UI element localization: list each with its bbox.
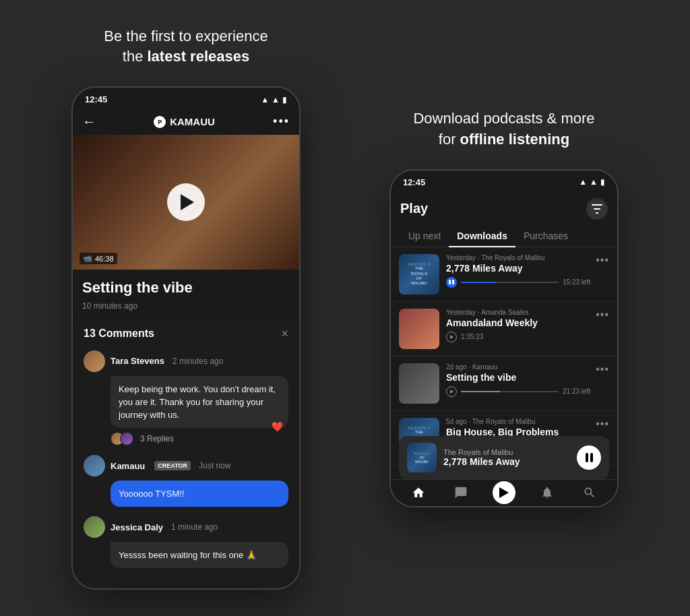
signal-icon: ▲ (590, 177, 598, 187)
phone-header: Play (391, 191, 617, 225)
svg-marker-3 (499, 487, 509, 498)
episode-meta: Yesterday · The Royals of Malibu (446, 254, 590, 261)
comment-text: Keep being the work. You don't dream it,… (119, 384, 276, 420)
wifi-icon: ▲ (261, 95, 269, 104)
status-icons: ▲ ▲ ▮ (579, 177, 605, 187)
more-options-button[interactable]: ••• (590, 254, 609, 266)
reply-avatar (120, 432, 133, 445)
artist-name-text: KAMAUU (170, 116, 215, 127)
replies-row[interactable]: 3 Replies (111, 432, 288, 445)
svg-rect-2 (596, 212, 598, 214)
now-playing-pause-button[interactable] (577, 445, 601, 470)
left-panel: Be the first to experience the latest re… (38, 26, 334, 590)
replies-count[interactable]: 3 Replies (140, 434, 174, 443)
battery-icon: ▮ (600, 177, 605, 187)
pause-button[interactable] (446, 277, 457, 288)
episode-meta: 5d ago · The Royals of Malibu (446, 418, 590, 425)
svg-rect-1 (594, 208, 600, 210)
tab-downloads[interactable]: Downloads (449, 225, 515, 247)
duration-text: 46:38 (95, 255, 114, 263)
list-item[interactable]: Yesterday · Amanda Saales Amandaland Wee… (391, 302, 617, 357)
progress-row: 1:35:23 (446, 332, 590, 342)
comment-user-row: Jessica Daly 1 minute ago (84, 516, 288, 538)
more-options-button[interactable]: ••• (590, 363, 609, 375)
episode-info: Yesterday · The Royals of Malibu 2,778 M… (446, 254, 590, 288)
time-left: 15:23 left (563, 278, 590, 286)
headline-line1: Download podcasts & more (413, 110, 594, 127)
list-item[interactable]: SEASON 2 THEROYALSOFMALIBU Yesterday · T… (391, 247, 617, 302)
tab-up-next[interactable]: Up next (400, 225, 449, 247)
left-headline: Be the first to experience the latest re… (104, 26, 268, 68)
headline-bold: offline listening (460, 131, 570, 148)
comment-text: Yoooooo TYSM!! (119, 489, 185, 499)
page-title: Play (400, 201, 428, 216)
comment-time: Just now (199, 461, 230, 470)
now-playing-title: 2,778 Miles Away (443, 456, 570, 467)
tab-purchases[interactable]: Purchases (515, 225, 576, 247)
phone-header: ← P KAMAUU ••• (73, 109, 299, 135)
comment-username: Kamauu (111, 461, 145, 471)
video-thumbnail[interactable]: 📹 46:38 (73, 135, 299, 270)
episode-thumbnail (399, 363, 439, 404)
progress-row: 21:23 left (446, 386, 590, 397)
comments-overlay: 13 Comments × Tara Stevens 2 minutes ago… (73, 316, 299, 589)
comment-bubble: Yoooooo TYSM!! (111, 481, 288, 507)
play-icon (181, 194, 194, 210)
tabs-row: Up next Downloads Purchases (391, 225, 617, 247)
comment-username: Jessica Daly (111, 522, 163, 532)
home-nav-button[interactable] (408, 483, 429, 503)
comment-bubble: Keep being the work. You don't dream it,… (111, 376, 288, 429)
comment-user-row: Tara Stevens 2 minutes ago (84, 350, 288, 372)
comment-item: Tara Stevens 2 minutes ago Keep being th… (84, 350, 288, 446)
more-button[interactable]: ••• (273, 115, 290, 129)
play-button[interactable] (446, 386, 457, 397)
episode-info: Yesterday · Amanda Saales Amandaland Wee… (446, 309, 590, 342)
status-time: 12:45 (403, 177, 425, 187)
episode-thumbnail: SEASON 2 THEROYALSOFMALIBU (399, 254, 439, 295)
play-nav-button[interactable] (493, 481, 515, 504)
status-icons: ▲ ▲ ▮ (261, 95, 287, 104)
now-playing-bar[interactable]: ROYALS OFMALIBU The Royals of Malibu 2,7… (399, 436, 609, 479)
comment-time: 1 minute ago (171, 522, 218, 532)
now-playing-info: The Royals of Malibu 2,778 Miles Away (443, 448, 570, 467)
comments-title: 13 Comments (84, 328, 154, 340)
artist-name: P KAMAUU (154, 116, 215, 128)
bottom-nav (391, 479, 617, 506)
list-item[interactable]: 2d ago · Kamauu Setting the vibe 21:23 l… (391, 357, 617, 411)
now-playing-thumbnail: ROYALS OFMALIBU (407, 443, 437, 472)
comment-text: Yessss been waiting for this one 🙏 (119, 550, 257, 560)
right-phone: 12:45 ▲ ▲ ▮ Play Up next (389, 169, 619, 507)
headline-bold: latest releases (148, 48, 250, 65)
signal-icon: ▲ (272, 95, 280, 104)
play-button[interactable] (167, 183, 205, 221)
status-time: 12:45 (85, 94, 107, 104)
wifi-icon: ▲ (579, 177, 587, 187)
progress-bar (461, 391, 559, 392)
creator-badge: CREATOR (154, 461, 191, 470)
comment-user-row: Kamauu CREATOR Just now (84, 455, 288, 476)
play-button[interactable] (446, 332, 457, 342)
now-playing-show: The Royals of Malibu (443, 448, 570, 456)
video-title: Setting the vibe (82, 279, 290, 297)
close-comments-button[interactable]: × (281, 327, 288, 341)
filter-button[interactable] (586, 198, 608, 220)
status-bar: 12:45 ▲ ▲ ▮ (73, 88, 299, 109)
svg-rect-0 (592, 204, 602, 206)
search-nav-button[interactable] (579, 483, 600, 503)
avatar (84, 350, 105, 372)
more-options-button[interactable]: ••• (590, 309, 609, 321)
notifications-nav-button[interactable] (537, 483, 557, 503)
headline-line1: Be the first to experience (104, 28, 268, 44)
video-camera-icon: 📹 (83, 254, 92, 263)
left-phone: 12:45 ▲ ▲ ▮ ← P KAMAUU ••• (71, 86, 301, 590)
back-button[interactable]: ← (82, 114, 96, 129)
progress-bar (461, 282, 559, 283)
episode-title: Amandaland Weekly (446, 317, 590, 328)
avatar (84, 455, 105, 476)
more-options-button[interactable]: ••• (590, 418, 609, 430)
episode-meta: 2d ago · Kamauu (446, 363, 590, 371)
reply-avatars (111, 432, 129, 445)
episode-title: Setting the vibe (446, 372, 590, 383)
video-title-area: Setting the vibe 10 minutes ago (73, 270, 299, 315)
chat-nav-button[interactable] (451, 483, 471, 503)
